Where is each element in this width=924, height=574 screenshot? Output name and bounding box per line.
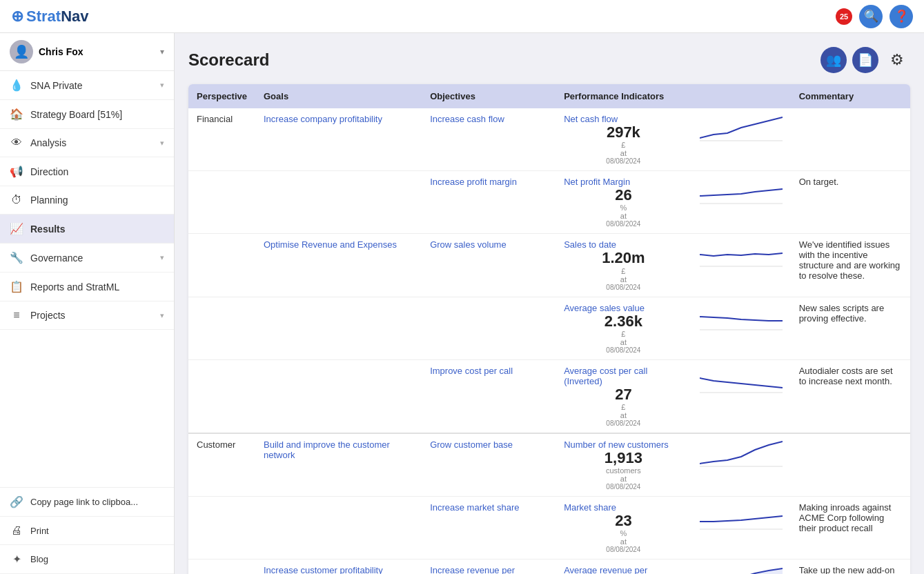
objective-cell: Increase market share <box>422 497 556 560</box>
pi-cell: Sales to date 1.20m £ at08/08/2024 <box>556 234 691 297</box>
sparkline-chart <box>700 303 783 330</box>
pi-cell: Average revenue per customer 1,878 £ at0… <box>556 560 691 574</box>
goal-link[interactable]: Build and improve the customer network <box>264 439 390 460</box>
pi-link[interactable]: Average cost per call (Inverted) <box>564 366 647 386</box>
chart-cell <box>691 497 791 560</box>
objective-link[interactable]: Grow customer base <box>430 439 513 450</box>
help-button[interactable]: ❓ <box>889 5 913 28</box>
sidebar-item-strategy-board[interactable]: 🏠 Strategy Board [51%] <box>0 100 174 129</box>
metric-date: 08/08/2024 <box>564 157 683 165</box>
goal-cell: Increase company profitability <box>255 108 422 171</box>
metric-value: 23 <box>564 513 683 529</box>
metric-date: 08/08/2024 <box>564 546 683 553</box>
metric-value: 26 <box>564 187 683 204</box>
sparkline-chart <box>700 114 783 141</box>
commentary-cell: We've identified issues with the incenti… <box>791 234 910 297</box>
sidebar-item-sna-private[interactable]: 💧 SNA Private ▾ <box>0 71 174 100</box>
metric-cell: 2.36k £ at08/08/2024 <box>564 313 683 354</box>
goal-cell <box>255 171 422 234</box>
topbar: ⊕ StratNav 25 🔍 ❓ <box>0 0 924 33</box>
sidebar-item-projects[interactable]: ≡ Projects ▾ <box>0 301 174 330</box>
perspective-cell <box>188 359 255 433</box>
user-menu-chevron: ▾ <box>160 47 164 57</box>
app-logo[interactable]: ⊕ StratNav <box>11 8 88 26</box>
chart-cell <box>691 108 791 171</box>
goal-cell <box>255 297 422 359</box>
metric-value: 297k <box>564 124 683 141</box>
metric-label-at: at <box>564 149 683 157</box>
sidebar-item-planning[interactable]: ⏱ Planning <box>0 186 174 215</box>
objective-link[interactable]: Increase cash flow <box>430 114 504 124</box>
main-content: Scorecard 👥 📄 ⚙ Perspective Goals Object… <box>175 33 924 574</box>
pi-link[interactable]: Market share <box>564 502 616 513</box>
perspective-cell: Customer <box>188 433 255 497</box>
sidebar-user-header[interactable]: 👤 Chris Fox ▾ <box>0 33 174 71</box>
sidebar-item-print[interactable]: 🖨 Print <box>0 517 174 545</box>
pi-link[interactable]: Sales to date <box>564 239 616 250</box>
chart-cell <box>691 171 791 234</box>
sidebar-item-copy-link[interactable]: 🔗 Copy page link to clipboa... <box>0 488 174 517</box>
sidebar-item-reports[interactable]: 📋 Reports and StratML <box>0 273 174 301</box>
sidebar-item-direction[interactable]: 📢 Direction <box>0 157 174 186</box>
sidebar-item-results[interactable]: 📈 Results <box>0 215 174 244</box>
table-row: Increase profit margin Net profit Margin… <box>188 171 910 234</box>
pi-link[interactable]: Average revenue per customer <box>564 565 647 574</box>
pi-cell: Average sales value 2.36k £ at08/08/2024 <box>556 297 691 359</box>
projects-arrow: ▾ <box>160 311 164 320</box>
goal-link[interactable]: Optimise Revenue and Expenses <box>264 239 397 250</box>
governance-icon: 🔧 <box>10 251 23 264</box>
pi-link[interactable]: Number of new customers <box>564 439 669 450</box>
direction-icon: 📢 <box>10 165 23 178</box>
users-action-button[interactable]: 👥 <box>820 47 847 73</box>
objective-cell <box>422 297 556 359</box>
table-row: Increase customer profitability Increase… <box>188 560 910 574</box>
results-icon: 📈 <box>10 222 23 235</box>
pi-link[interactable]: Average sales value <box>564 303 645 313</box>
objective-link[interactable]: Increase profit margin <box>430 177 517 187</box>
metric-value: 1,913 <box>564 450 683 466</box>
sidebar-item-governance[interactable]: 🔧 Governance ▾ <box>0 244 174 273</box>
document-action-button[interactable]: 📄 <box>852 47 878 73</box>
commentary-cell: Autodialer costs are set to increase nex… <box>791 359 910 433</box>
objective-cell: Grow sales volume <box>422 234 556 297</box>
page-actions: 👥 📄 ⚙ <box>820 47 910 73</box>
pi-cell: Net cash flow 297k £ at08/08/2024 <box>556 108 691 171</box>
scorecard-table: Perspective Goals Objectives Performance… <box>188 84 910 574</box>
metric-cell: 26 % at08/08/2024 <box>564 187 683 228</box>
pi-link[interactable]: Net cash flow <box>564 114 618 124</box>
metric-unit: £ <box>564 267 683 275</box>
perspective-cell <box>188 297 255 359</box>
sidebar-item-analysis[interactable]: 👁 Analysis ▾ <box>0 129 174 157</box>
metric-cell: 27 £ at08/08/2024 <box>564 386 683 427</box>
search-button[interactable]: 🔍 <box>859 5 883 28</box>
sna-icon: 💧 <box>10 79 23 92</box>
objective-link[interactable]: Grow sales volume <box>430 239 507 250</box>
objective-link[interactable]: Improve cost per call <box>430 366 513 376</box>
chart-cell <box>691 433 791 497</box>
metric-unit: % <box>564 204 683 212</box>
metric-value: 1.20m <box>564 250 683 266</box>
col-performance-indicators: Performance Indicators <box>556 84 691 108</box>
perspective-cell: Financial <box>188 108 255 171</box>
goal-link[interactable]: Increase company profitability <box>264 114 382 124</box>
commentary-cell <box>791 433 910 497</box>
user-name: Chris Fox <box>39 46 155 57</box>
objective-link[interactable]: Increase revenue per customer <box>430 565 515 574</box>
goal-cell <box>255 497 422 560</box>
sna-arrow: ▾ <box>160 81 164 90</box>
perspective-cell <box>188 234 255 297</box>
settings-action-button[interactable]: ⚙ <box>884 47 910 73</box>
goal-link[interactable]: Increase customer profitability <box>264 565 383 574</box>
pi-link[interactable]: Net profit Margin <box>564 177 630 187</box>
sidebar-footer: 🔗 Copy page link to clipboa... 🖨 Print ✦… <box>0 487 174 574</box>
metric-cell: 297k £ at08/08/2024 <box>564 124 683 165</box>
sparkline-chart <box>700 502 783 530</box>
user-avatar: 👤 <box>10 40 33 63</box>
print-icon: 🖨 <box>10 524 23 537</box>
objective-cell: Improve cost per call <box>422 359 556 433</box>
chart-cell <box>691 359 791 433</box>
metric-unit: customers <box>564 466 683 475</box>
sidebar-item-blog[interactable]: ✦ Blog <box>0 545 174 574</box>
objective-link[interactable]: Increase market share <box>430 502 519 513</box>
notification-badge[interactable]: 25 <box>836 8 852 25</box>
